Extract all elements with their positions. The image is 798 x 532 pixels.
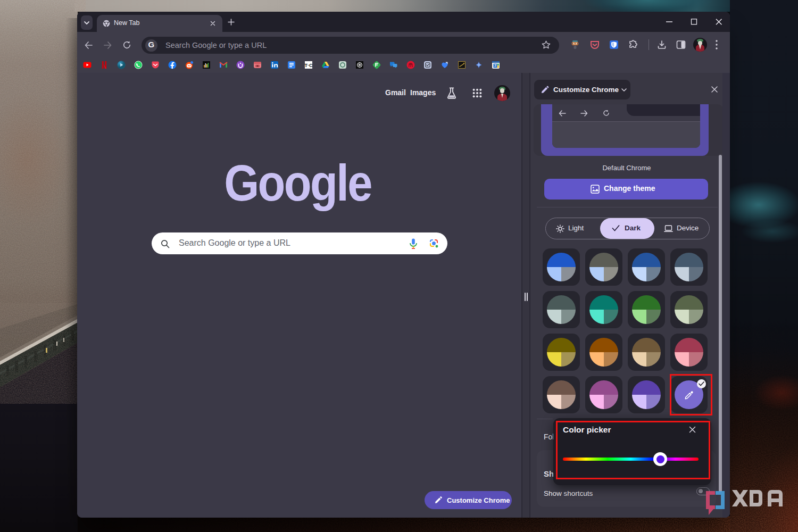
svg-text:T·C: T·C [305,63,313,68]
svg-text:7: 7 [494,63,496,68]
